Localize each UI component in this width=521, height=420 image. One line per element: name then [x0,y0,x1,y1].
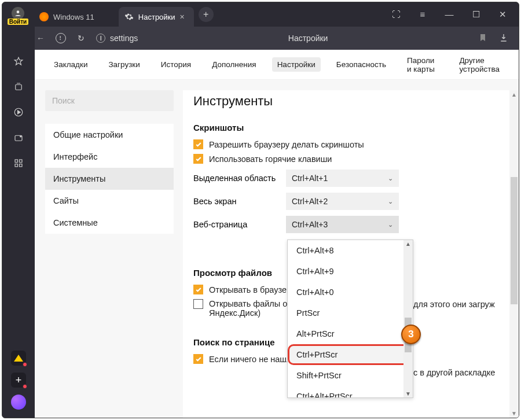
svg-point-0 [17,10,20,13]
dropdown-option[interactable]: Ctrl+Alt+8 [288,240,413,261]
new-tab-button[interactable]: + [199,7,214,22]
chevron-down-icon: ⌄ [388,221,393,229]
svg-rect-6 [20,160,23,163]
omnibox[interactable]: settings [96,34,138,43]
tab-settings[interactable]: Настройки × [119,7,194,27]
dropdown-option[interactable]: Ctrl+Alt+9 [288,261,413,282]
label: Открывать файлы офи Яндекс.Диск) [209,299,299,318]
profile-block[interactable]: Войти [2,5,34,25]
tab-label: Windows 11 [53,13,94,21]
truncated-text: с в другой раскладке [413,368,495,377]
category-item[interactable]: Интерфейс [45,146,174,168]
topnav-item[interactable]: Загрузки [103,57,145,72]
tab-windows11[interactable]: Windows 11 [34,7,102,27]
checkbox-open-office[interactable] [193,299,203,309]
topnav-item[interactable]: Настройки [272,57,321,72]
login-badge: Войти [8,19,29,25]
dropdown-option[interactable]: Alt+PrtScr [288,323,413,344]
topnav-item[interactable]: Дополнения [207,57,261,72]
back-button[interactable]: ← [35,34,46,43]
dropdown-option[interactable]: Ctrl+Alt+0 [288,282,413,303]
home-icon[interactable]: ⠇ [56,33,66,43]
hotkey-label: Веб-страница [193,220,286,229]
download-icon[interactable] [499,33,508,44]
topnav-item[interactable]: Безопасность [331,57,391,72]
hotkey-dropdown: Ctrl+Alt+8Ctrl+Alt+9Ctrl+Alt+0PrtScrAlt+… [287,240,413,398]
gear-icon [124,12,134,21]
checkbox-search-fallback[interactable] [193,354,203,364]
play-icon[interactable] [13,106,24,118]
settings-categories: Общие настройкиИнтерфейсИнструментыСайты… [45,124,174,234]
settings-topnav: ЗакладкиЗагрузкиИсторияДополненияНастрой… [35,50,519,80]
topnav-item[interactable]: История [156,57,196,72]
hotkey-select[interactable]: Ctrl+Alt+1⌄ [286,170,399,187]
chevron-down-icon: ⌄ [388,198,393,205]
reload-button[interactable]: ↻ [75,34,87,43]
content-area: ЗакладкиЗагрузкиИсторияДополненияНастрой… [35,50,519,418]
tab-label: Настройки [138,13,175,21]
bookmark-icon[interactable] [478,33,487,44]
checkbox-use-hotkeys[interactable] [193,154,203,164]
window-minimize[interactable]: — [441,9,457,20]
svg-rect-1 [16,84,22,90]
chevron-down-icon: ⌄ [388,175,393,182]
svg-point-4 [20,136,21,137]
dropdown-scrollbar[interactable]: ▲ ▼ [403,240,413,397]
category-item[interactable]: Сайты [45,190,174,212]
checkbox-allow-screenshots[interactable] [193,139,203,149]
label: Если ничего не нашло [209,355,296,364]
topnav-item[interactable]: Пароли и карты [402,53,444,76]
add-panel-button[interactable]: + [11,373,26,388]
category-item[interactable]: Системные [45,212,174,234]
svg-rect-8 [20,164,23,167]
qr-icon[interactable]: ⛶ [388,9,404,20]
url-text: settings [110,34,138,43]
topnav-item[interactable]: Другие устройства [454,53,505,76]
svg-rect-5 [15,160,18,163]
page-title: Настройки [147,34,469,43]
dropdown-option[interactable]: Ctrl+Alt+PrtScr [288,386,413,397]
close-icon[interactable]: × [180,14,186,20]
hotkey-label: Весь экран [193,197,286,206]
alice-icon[interactable] [11,395,26,410]
yandex-icon [96,34,105,43]
label: Открывать в браузере [209,285,296,294]
label: Разрешить браузеру делать скриншоты [209,140,364,149]
apps-icon[interactable] [13,157,24,169]
bookmarks-icon[interactable] [13,56,24,67]
topnav-item[interactable]: Закладки [49,57,93,72]
dropdown-option[interactable]: Shift+PrtScr [288,365,413,386]
hotkey-label: Выделенная область [193,174,286,183]
settings-panel: Инструменты Скриншоты Разрешить браузеру… [183,90,519,418]
section-screenshots: Скриншоты [193,123,519,132]
hotkey-select[interactable]: Ctrl+Alt+3⌄ [286,216,399,233]
window-maximize[interactable]: ☐ [468,9,484,20]
label: Использовать горячие клавиши [209,154,332,164]
settings-search[interactable]: Поиск [45,90,174,111]
svg-rect-7 [15,164,18,167]
mail-icon[interactable] [11,351,26,366]
window-close[interactable]: ✕ [494,9,511,20]
checkbox-open-in-browser[interactable] [193,285,203,294]
callout-badge: 3 [401,325,421,344]
dropdown-option[interactable]: Ctrl+PrtScr [288,344,413,365]
titlebar: Войти Windows 11 Настройки × + ⛶ ≡ — ☐ ✕ [2,2,519,27]
screenshot-icon[interactable] [13,132,24,143]
avatar-icon [12,7,24,20]
panel-scrollbar[interactable]: ▲▼ [509,90,519,418]
dropdown-option[interactable]: PrtScr [288,303,413,323]
panel-heading: Инструменты [193,94,519,109]
hotkey-select[interactable]: Ctrl+Alt+2⌄ [286,193,399,210]
address-bar: ← ⠇ ↻ settings Настройки [2,27,519,50]
category-item[interactable]: Общие настройки [45,124,174,146]
collections-icon[interactable] [13,81,24,93]
tab-favicon-icon [39,12,49,21]
menu-icon[interactable]: ≡ [414,9,431,20]
side-rail: + [2,27,35,418]
truncated-text: для этого они загруж [413,300,495,309]
category-item[interactable]: Инструменты [45,168,174,190]
